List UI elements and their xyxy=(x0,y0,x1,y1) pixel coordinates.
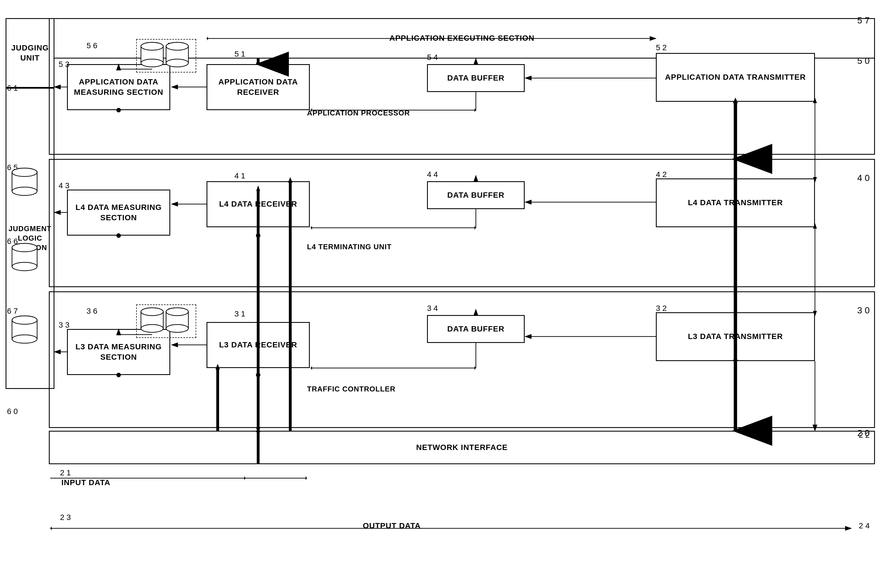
l4-data-measuring-label: L4 DATA MEASURING SECTION xyxy=(68,202,169,223)
judging-unit-box: JUDGING UNIT xyxy=(6,18,54,88)
svg-marker-56 xyxy=(311,226,312,230)
data-buffer-l4-label: DATA BUFFER xyxy=(447,190,504,200)
svg-point-26 xyxy=(166,324,188,332)
svg-point-27 xyxy=(166,308,188,316)
ref-44: 4 4 xyxy=(427,170,438,179)
ref-23: 2 3 xyxy=(60,513,71,522)
traffic-controller-label: TRAFFIC CONTROLLER xyxy=(307,385,396,393)
app-data-measuring-box: APPLICATION DATA MEASURING SECTION xyxy=(67,64,170,110)
ref-53: 5 3 xyxy=(59,60,69,69)
svg-point-23 xyxy=(141,308,163,316)
svg-point-83 xyxy=(256,233,260,238)
l4-data-measuring-box: L4 DATA MEASURING SECTION xyxy=(67,190,170,236)
svg-point-14 xyxy=(12,262,37,271)
cylinder-35a xyxy=(140,307,165,334)
l3-data-transmitter-box: L3 DATA TRANSMITTER xyxy=(656,312,815,361)
ref-67: 6 7 xyxy=(7,307,18,316)
l3-data-receiver-box: L3 DATA RECEIVER xyxy=(206,322,310,368)
network-interface-label: NETWORK INTERFACE xyxy=(416,442,508,453)
input-data-label: INPUT DATA xyxy=(62,478,110,487)
app-data-transmitter-box: APPLICATION DATA TRANSMITTER xyxy=(656,53,815,102)
svg-point-85 xyxy=(256,373,260,377)
svg-marker-65 xyxy=(474,366,476,370)
app-processor-label: APPLICATION PROCESSOR xyxy=(307,109,410,117)
cylinder-55b xyxy=(165,41,190,69)
ref-50: 5 0 xyxy=(857,56,870,66)
l3-data-measuring-label: L3 DATA MEASURING SECTION xyxy=(68,342,169,362)
svg-point-19 xyxy=(12,316,37,324)
ref-60: 6 0 xyxy=(7,407,18,416)
data-buffer-l3-label: DATA BUFFER xyxy=(447,324,504,334)
ref-36: 3 6 xyxy=(87,307,98,316)
app-data-receiver-label: APPLICATION DATA RECEIVER xyxy=(208,77,309,97)
ref-43: 4 3 xyxy=(59,181,69,190)
cylinder-66 xyxy=(11,243,39,273)
svg-point-11 xyxy=(12,168,37,177)
svg-marker-57 xyxy=(474,226,476,230)
svg-point-3 xyxy=(141,42,163,50)
l4-data-transmitter-box: L4 DATA TRANSMITTER xyxy=(656,178,815,227)
svg-marker-71 xyxy=(244,476,245,480)
ref-52: 5 2 xyxy=(656,43,667,52)
output-data-label: OUTPUT DATA xyxy=(363,521,421,530)
ref-33: 3 3 xyxy=(59,321,69,330)
svg-point-2 xyxy=(141,59,163,67)
ref-22: 2 2 xyxy=(859,431,870,440)
l4-data-receiver-box: L4 DATA RECEIVER xyxy=(206,181,310,227)
ref-31: 3 1 xyxy=(235,309,245,318)
judging-unit-label: JUDGING UNIT xyxy=(6,43,54,63)
l4-data-receiver-label: L4 DATA RECEIVER xyxy=(219,199,297,209)
svg-point-22 xyxy=(141,324,163,332)
ref-61: 6 1 xyxy=(7,84,18,93)
data-buffer-l4-box: DATA BUFFER xyxy=(427,181,525,209)
svg-point-10 xyxy=(12,187,37,195)
l3-data-receiver-label: L3 DATA RECEIVER xyxy=(219,340,297,350)
network-interface-box: NETWORK INTERFACE xyxy=(49,431,875,464)
cylinder-55a xyxy=(140,41,165,69)
ref-40: 4 0 xyxy=(857,173,870,183)
ref-34: 3 4 xyxy=(427,304,438,313)
ref-54: 5 4 xyxy=(427,53,438,62)
data-buffer-app-box: DATA BUFFER xyxy=(427,64,525,92)
app-data-measuring-label: APPLICATION DATA MEASURING SECTION xyxy=(68,77,169,97)
svg-marker-75 xyxy=(50,526,52,530)
l3-data-transmitter-label: L3 DATA TRANSMITTER xyxy=(688,332,783,342)
ref-51: 5 1 xyxy=(235,50,245,58)
ref-57: 5 7 xyxy=(857,15,870,26)
app-data-receiver-box: APPLICATION DATA RECEIVER xyxy=(206,64,310,110)
data-buffer-l3-box: DATA BUFFER xyxy=(427,315,525,343)
svg-point-6 xyxy=(166,59,188,67)
ref-41: 4 1 xyxy=(235,171,245,180)
ref-32: 3 2 xyxy=(656,304,667,313)
l3-data-measuring-box: L3 DATA MEASURING SECTION xyxy=(67,329,170,375)
cylinder-65 xyxy=(11,167,39,198)
cylinder-35b xyxy=(165,307,190,334)
ref-30: 3 0 xyxy=(857,305,870,316)
data-buffer-app-label: DATA BUFFER xyxy=(447,73,504,83)
ref-21: 2 1 xyxy=(60,468,71,477)
l4-data-transmitter-label: L4 DATA TRANSMITTER xyxy=(688,198,783,208)
svg-marker-73 xyxy=(306,476,307,480)
ref-24: 2 4 xyxy=(859,521,870,530)
l4-terminating-label: L4 TERMINATING UNIT xyxy=(307,243,391,251)
svg-point-15 xyxy=(12,243,37,252)
ref-42: 4 2 xyxy=(656,170,667,179)
app-data-transmitter-label: APPLICATION DATA TRANSMITTER xyxy=(665,72,806,82)
ref-56: 5 6 xyxy=(87,41,98,50)
svg-point-7 xyxy=(166,42,188,50)
svg-marker-64 xyxy=(311,366,312,370)
cylinder-67 xyxy=(11,315,39,346)
svg-point-18 xyxy=(12,335,37,343)
